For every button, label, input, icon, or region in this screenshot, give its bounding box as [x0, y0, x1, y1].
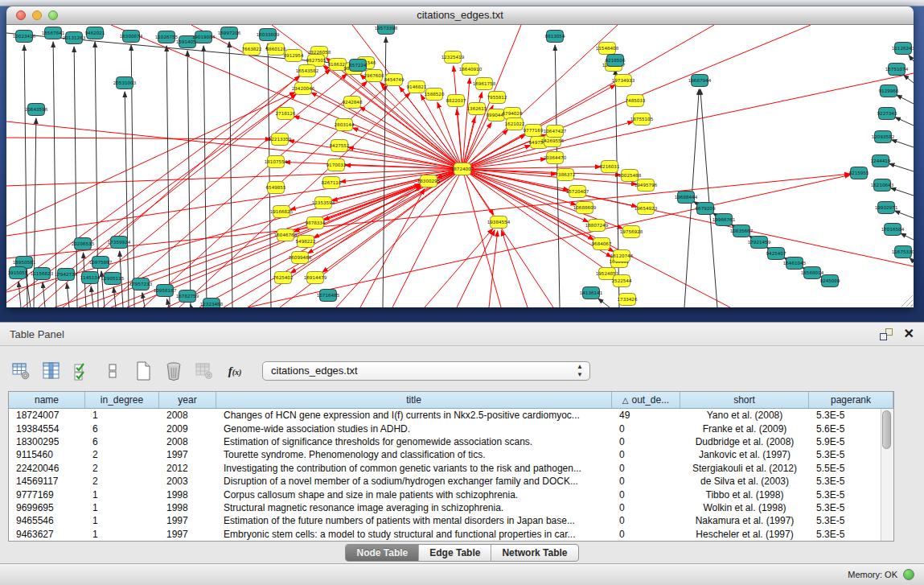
table-cell[interactable]: 19384554: [9, 423, 85, 435]
table-cell[interactable]: Tibbo et al. (1998): [680, 489, 809, 501]
graph-node[interactable]: 8454749: [384, 74, 405, 86]
table-cell[interactable]: 5.3E-5: [809, 489, 881, 501]
graph-node[interactable]: 19966761: [713, 214, 736, 226]
network-window[interactable]: citations_edges.txt 18724007766382288601…: [6, 6, 914, 307]
graph-edge[interactable]: [910, 257, 914, 262]
table-cell[interactable]: 18300295: [9, 436, 85, 447]
graph-node[interactable]: 7663822: [242, 43, 262, 56]
table-row[interactable]: 969969511998Structural magnetic resonanc…: [9, 501, 881, 514]
table-cell[interactable]: 2008: [159, 436, 216, 447]
graph-node[interactable]: 18807249: [585, 220, 609, 232]
graph-node[interactable]: 2967608: [364, 70, 384, 82]
function-builder-icon[interactable]: f(x): [225, 360, 244, 381]
graph-edge[interactable]: [113, 287, 116, 307]
column-header-name[interactable]: name: [9, 392, 85, 408]
graph-node[interactable]: 7485033: [626, 95, 646, 107]
vertical-scrollbar[interactable]: [881, 409, 893, 541]
table-cell[interactable]: Genome-wide association studies in ADHD.: [216, 423, 612, 435]
graph-node[interactable]: 5498222: [296, 236, 316, 248]
graph-node[interactable]: 12905135: [101, 273, 125, 285]
table-cell[interactable]: 1997: [159, 515, 216, 526]
graph-node[interactable]: 16210643: [871, 179, 894, 192]
table-cell[interactable]: 1: [85, 529, 159, 540]
graph-node[interactable]: 20643596: [25, 104, 48, 116]
graph-edge[interactable]: [462, 73, 914, 169]
graph-node[interactable]: 9878334: [306, 217, 326, 229]
table-cell[interactable]: 49: [612, 410, 680, 421]
column-header-short[interactable]: short: [680, 392, 809, 408]
graph-node[interactable]: 16782759: [176, 290, 199, 303]
table-cell[interactable]: Corpus callosum shape and size in male p…: [216, 489, 612, 501]
table-cell[interactable]: Investigating the contribution of common…: [216, 463, 612, 474]
table-cell[interactable]: 5.3E-5: [809, 529, 881, 540]
graph-node[interactable]: 12353594: [312, 197, 335, 209]
graph-node[interactable]: 9129966: [879, 85, 899, 97]
graph-node[interactable]: 2522544: [612, 275, 632, 287]
row-height-icon[interactable]: [103, 360, 122, 381]
graph-edge[interactable]: [111, 25, 462, 169]
graph-node[interactable]: 17359924: [108, 237, 131, 249]
graph-node[interactable]: 19734933: [612, 75, 635, 87]
graph-edge[interactable]: [462, 146, 531, 169]
graph-node[interactable]: 6549855: [266, 182, 286, 194]
table-cell[interactable]: Changes of HCN gene expression and I(f) …: [216, 410, 612, 421]
graph-edge[interactable]: [322, 169, 462, 272]
graph-node[interactable]: 15716485: [317, 290, 340, 302]
graph-edge[interactable]: [462, 169, 553, 307]
table-cell[interactable]: 9115460: [9, 449, 85, 460]
scrollbar-thumb[interactable]: [882, 410, 891, 449]
graph-node[interactable]: 16033809: [257, 29, 280, 41]
table-cell[interactable]: 2: [85, 463, 159, 474]
graph-node[interactable]: 9242848: [343, 97, 363, 109]
table-cell[interactable]: 1: [85, 515, 159, 526]
graph-node[interactable]: 16914479: [304, 272, 327, 284]
graph-edge[interactable]: [285, 162, 462, 169]
graph-node[interactable]: 17921459: [748, 237, 771, 249]
table-cell[interactable]: 14569117: [9, 476, 85, 487]
table-cell[interactable]: 2003: [159, 476, 216, 487]
column-header-out_de[interactable]: △out_de...: [612, 392, 680, 408]
graph-node[interactable]: 15720407: [566, 186, 589, 198]
table-settings-icon[interactable]: [11, 360, 31, 381]
graph-node[interactable]: 16543582: [296, 65, 318, 77]
graph-node[interactable]: 18107554: [265, 156, 288, 168]
table-cell[interactable]: 9777169: [9, 489, 85, 501]
tab-node-table[interactable]: Node Table: [346, 545, 419, 561]
graph-edge[interactable]: [311, 93, 462, 169]
graph-node[interactable]: 17957233: [129, 278, 153, 290]
graph-node[interactable]: 10023416: [13, 31, 36, 43]
graph-edge[interactable]: [6, 169, 462, 236]
graph-node[interactable]: 19166825: [270, 206, 294, 218]
new-file-icon[interactable]: [133, 360, 153, 381]
table-cell[interactable]: 5.3E-5: [809, 476, 881, 487]
graph-edge[interactable]: [344, 70, 462, 169]
float-panel-icon[interactable]: [880, 328, 893, 340]
graph-node[interactable]: 8679209: [696, 203, 716, 215]
graph-edge[interactable]: [229, 42, 232, 307]
table-cell[interactable]: Estimation of the future numbers of pati…: [216, 515, 612, 526]
select-columns-icon[interactable]: [72, 360, 92, 381]
table-cell[interactable]: Yano et al. (2008): [680, 410, 809, 421]
graph-node[interactable]: 18640910: [459, 64, 483, 76]
table-cell[interactable]: 2012: [159, 463, 216, 474]
graph-node[interactable]: 15751074: [885, 64, 909, 76]
graph-edge[interactable]: [502, 230, 528, 307]
graph-edge[interactable]: [103, 81, 368, 307]
table-cell[interactable]: 6: [85, 436, 159, 447]
graph-edge[interactable]: [901, 233, 914, 240]
table-row[interactable]: 1456911722003Disruption of a novel membe…: [9, 475, 881, 488]
graph-node[interactable]: 20531003: [113, 77, 137, 89]
graph-node[interactable]: 11126243: [892, 43, 914, 55]
graph-node[interactable]: 9684067: [592, 238, 612, 250]
graph-node[interactable]: 16567841: [42, 27, 65, 39]
close-panel-icon[interactable]: ✕: [904, 328, 914, 340]
graph-node[interactable]: 11156823: [31, 268, 54, 280]
table-cell[interactable]: 0: [612, 515, 680, 526]
table-cell[interactable]: Disruption of a novel member of a sodium…: [216, 476, 612, 487]
table-row[interactable]: 977716911998Corpus callosum shape and si…: [9, 488, 881, 501]
graph-node[interactable]: 19654923: [634, 203, 658, 215]
graph-node[interactable]: 7625402: [273, 272, 294, 284]
graph-edge[interactable]: [6, 169, 462, 186]
table-cell[interactable]: Stergiakouli et al. (2012): [680, 463, 809, 474]
graph-node[interactable]: 1145134: [80, 272, 101, 284]
